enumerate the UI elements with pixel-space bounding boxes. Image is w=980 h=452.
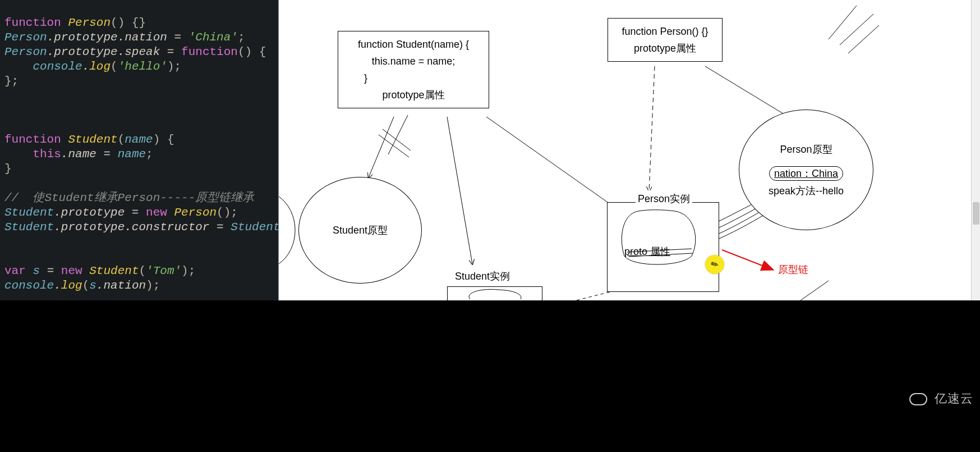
code-editor: function Person() {} Person.prototype.na…: [0, 0, 278, 300]
student-fn-line3: }: [342, 70, 485, 86]
circle-student-prototype: Student原型: [298, 177, 422, 284]
svg-line-4: [383, 129, 411, 150]
person-proto-nation: nation：China: [769, 166, 843, 181]
svg-line-1: [447, 117, 472, 264]
box-person-instance: Person实例 proto 属性: [607, 202, 719, 292]
person-proto-title: Person原型: [780, 143, 832, 156]
box-student-instance-partial: [447, 286, 542, 300]
watermark-text: 亿速云: [935, 391, 973, 405]
student-fn-line1: function Student(name) {: [342, 36, 485, 53]
svg-line-2: [388, 115, 408, 154]
person-fn-line1: function Person() {}: [611, 23, 719, 40]
student-fn-line4: prototype属性: [342, 86, 485, 103]
circle-person-prototype: Person原型 nation：China speak方法--hello: [739, 109, 873, 230]
student-proto-label: Student原型: [333, 223, 388, 237]
person-proto-speak: speak方法--hello: [769, 184, 844, 198]
svg-line-11: [722, 250, 772, 270]
svg-line-7: [705, 66, 795, 121]
student-fn-line2: this.name = name;: [342, 53, 485, 70]
svg-line-5: [486, 117, 615, 208]
svg-line-12: [800, 281, 829, 300]
box-person-function: function Person() {} prototype属性: [608, 18, 723, 62]
svg-line-13: [576, 292, 610, 300]
student-instance-scribble-icon: [459, 288, 526, 300]
person-instance-title: Person实例: [636, 190, 692, 207]
svg-line-6: [649, 66, 655, 191]
svg-line-0: [369, 117, 394, 177]
label-student-instance: Student实例: [455, 270, 510, 283]
person-instance-proto: proto 属性: [624, 243, 670, 260]
vertical-scrollbar[interactable]: [971, 0, 980, 300]
scrollbar-thumb[interactable]: [973, 202, 979, 225]
person-fn-line2: prototype属性: [611, 40, 719, 57]
label-prototype-chain: 原型链: [778, 263, 808, 276]
watermark: 亿速云: [909, 390, 973, 407]
box-student-function: function Student(name) { this.name = nam…: [338, 31, 489, 108]
person-instance-scribble-icon: [613, 208, 703, 270]
prototype-chain-diagram: function Student(name) { this.name = nam…: [278, 0, 980, 300]
